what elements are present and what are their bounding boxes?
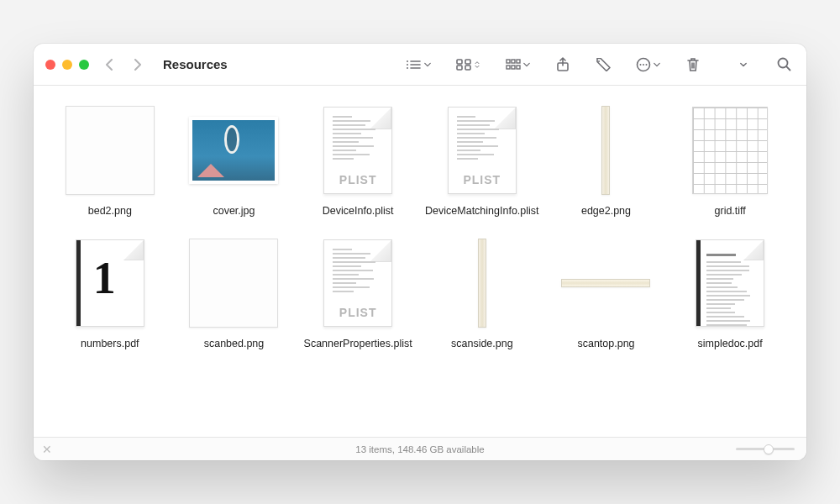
file-name-label: bed2.png — [88, 205, 132, 217]
search-icon — [777, 57, 791, 71]
file-icon-view[interactable]: bed2.png cover.jpg PLIST DeviceInfo.plis… — [34, 86, 806, 437]
svg-rect-10 — [507, 60, 510, 63]
file-item[interactable]: PLIST DeviceInfo.plist — [298, 104, 417, 217]
view-mode-menu[interactable] — [453, 54, 484, 76]
file-item[interactable]: scanside.png — [423, 237, 542, 349]
arrange-menu[interactable] — [502, 54, 533, 76]
svg-line-23 — [786, 66, 790, 70]
file-item[interactable]: cover.jpg — [175, 104, 294, 217]
svg-point-19 — [640, 64, 642, 66]
file-name-label: cover.jpg — [213, 205, 255, 217]
square-grid-icon — [506, 59, 521, 71]
file-item[interactable]: 1 numbers.pdf — [50, 237, 170, 349]
share-button[interactable] — [552, 54, 574, 76]
tag-icon — [596, 58, 611, 71]
file-thumbnail — [183, 104, 284, 197]
file-name-label: scanbed.png — [204, 338, 265, 349]
svg-rect-15 — [517, 66, 520, 69]
file-item[interactable]: PLIST DeviceMatchingInfo.plist — [423, 104, 542, 217]
svg-rect-12 — [517, 60, 520, 63]
icon-size-slider[interactable] — [736, 448, 795, 450]
svg-point-20 — [643, 64, 644, 66]
file-name-label: numbers.pdf — [81, 338, 139, 349]
actions-menu[interactable] — [633, 54, 664, 76]
file-name-label: simpledoc.pdf — [698, 338, 763, 349]
group-by-menu[interactable] — [402, 54, 434, 76]
finder-window: Resources — [34, 44, 806, 460]
tags-button[interactable] — [592, 54, 614, 76]
path-bar-toggle[interactable]: ✕ — [42, 443, 52, 456]
grid-icon — [456, 59, 471, 71]
file-thumbnail — [432, 237, 533, 329]
file-item[interactable]: PLIST ScannerProperties.plist — [298, 237, 417, 349]
svg-point-2 — [407, 64, 408, 66]
file-name-label: scantop.png — [577, 338, 634, 349]
file-item[interactable]: bed2.png — [50, 104, 170, 217]
file-name-label: ScannerProperties.plist — [304, 338, 412, 349]
close-window-button[interactable] — [45, 60, 55, 70]
file-thumbnail — [680, 104, 780, 197]
file-thumbnail: PLIST — [307, 104, 408, 197]
file-thumbnail — [555, 104, 656, 197]
back-button[interactable] — [101, 55, 119, 75]
file-name-label: DeviceInfo.plist — [323, 205, 394, 217]
svg-rect-13 — [507, 66, 510, 69]
file-item[interactable]: grid.tiff — [670, 104, 790, 217]
file-thumbnail: PLIST — [307, 237, 408, 329]
minimize-window-button[interactable] — [62, 60, 72, 70]
file-thumbnail — [680, 237, 780, 329]
chevron-down-icon — [424, 61, 431, 68]
file-name-label: DeviceMatchingInfo.plist — [425, 205, 538, 217]
svg-point-21 — [646, 64, 648, 66]
chevron-down-icon — [740, 61, 747, 68]
file-name-label: grid.tiff — [715, 205, 746, 217]
file-thumbnail — [555, 237, 656, 329]
status-bar: ✕ 13 items, 148.46 GB available — [34, 437, 806, 460]
status-text: 13 items, 148.46 GB available — [355, 444, 484, 454]
file-item[interactable]: scantop.png — [547, 237, 666, 349]
zoom-window-button[interactable] — [79, 60, 89, 70]
file-item[interactable]: scanbed.png — [175, 237, 294, 349]
svg-rect-8 — [457, 66, 462, 70]
window-title: Resources — [163, 57, 228, 71]
search-button[interactable] — [773, 54, 795, 76]
file-name-label: scanside.png — [451, 338, 513, 349]
file-thumbnail — [183, 237, 284, 329]
svg-point-0 — [407, 60, 408, 62]
svg-point-4 — [407, 67, 408, 69]
chevron-down-icon — [654, 61, 660, 68]
file-name-label: edge2.png — [581, 205, 631, 217]
svg-rect-11 — [512, 60, 515, 63]
svg-point-17 — [598, 60, 600, 62]
svg-rect-7 — [465, 60, 470, 64]
file-thumbnail — [60, 104, 160, 197]
file-item[interactable]: simpledoc.pdf — [670, 237, 790, 349]
chevron-updown-icon — [474, 61, 480, 68]
window-controls — [45, 60, 89, 70]
trash-button[interactable] — [682, 54, 704, 76]
file-thumbnail: 1 — [60, 237, 160, 329]
svg-rect-14 — [512, 66, 515, 69]
trash-icon — [686, 57, 700, 72]
list-bullet-icon — [405, 59, 422, 71]
forward-button[interactable] — [128, 55, 146, 75]
file-item[interactable]: edge2.png — [547, 104, 666, 217]
overflow-menu[interactable] — [732, 54, 754, 76]
share-icon — [556, 57, 570, 72]
svg-rect-9 — [465, 66, 470, 70]
toolbar: Resources — [34, 44, 806, 86]
file-thumbnail: PLIST — [432, 104, 533, 197]
chevron-down-icon — [523, 61, 530, 68]
svg-rect-6 — [457, 60, 462, 64]
ellipsis-circle-icon — [636, 57, 651, 72]
